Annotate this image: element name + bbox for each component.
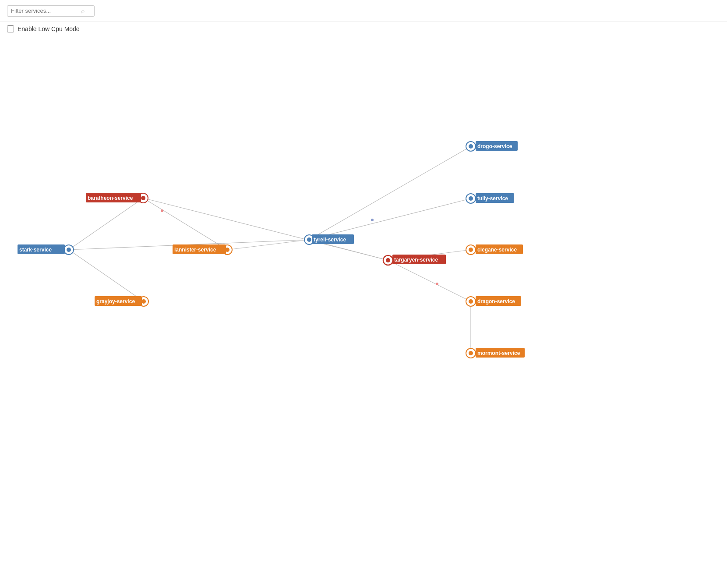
graph-area: stark-service baratheon-service lanniste… bbox=[0, 0, 727, 588]
label-mormont-service: mormont-service bbox=[477, 350, 520, 356]
edge-dot-targaryen-dragon bbox=[436, 283, 438, 285]
node-mormont-inner bbox=[469, 351, 473, 355]
search-container: ⌕ bbox=[7, 5, 95, 17]
edge-tyrell-drogo bbox=[309, 146, 471, 240]
edge-stark-baratheon bbox=[69, 198, 143, 250]
node-grayjoy-inner bbox=[141, 299, 146, 304]
label-tully-service: tully-service bbox=[477, 195, 508, 202]
label-grayjoy-service: grayjoy-service bbox=[96, 298, 135, 305]
node-clegane-inner bbox=[469, 248, 473, 252]
node-drogo-inner bbox=[469, 144, 473, 149]
label-lannister-service: lannister-service bbox=[174, 247, 216, 253]
node-tully-inner bbox=[469, 196, 473, 201]
edge-tyrell-tully bbox=[309, 198, 471, 240]
label-stark-service: stark-service bbox=[19, 247, 52, 253]
label-drogo-service: drogo-service bbox=[477, 143, 512, 149]
edge-baratheon-lannister bbox=[143, 198, 227, 250]
node-targaryen-inner bbox=[386, 258, 390, 262]
low-cpu-label[interactable]: Enable Low Cpu Mode bbox=[18, 25, 80, 32]
edge-targaryen-dragon bbox=[388, 260, 471, 301]
top-bar: ⌕ bbox=[0, 0, 727, 22]
node-dragon-inner bbox=[469, 299, 473, 304]
checkbox-area: Enable Low Cpu Mode bbox=[7, 25, 80, 32]
node-baratheon-inner bbox=[141, 196, 145, 200]
low-cpu-checkbox[interactable] bbox=[7, 25, 14, 32]
edge-stark-grayjoy bbox=[69, 250, 144, 301]
node-stark-inner bbox=[67, 248, 71, 252]
label-clegane-service: clegane-service bbox=[477, 247, 517, 253]
label-baratheon-service: baratheon-service bbox=[88, 195, 133, 201]
label-targaryen-service: targaryen-service bbox=[394, 257, 438, 263]
search-icon: ⌕ bbox=[81, 7, 85, 14]
edge-dot-tyrell-tully bbox=[371, 219, 374, 221]
label-tyrell-service: tyrell-service bbox=[314, 237, 346, 243]
edge-dot-1 bbox=[161, 209, 163, 212]
search-input[interactable] bbox=[11, 7, 81, 14]
label-dragon-service: dragon-service bbox=[477, 298, 515, 305]
node-tyrell-inner bbox=[307, 237, 311, 242]
